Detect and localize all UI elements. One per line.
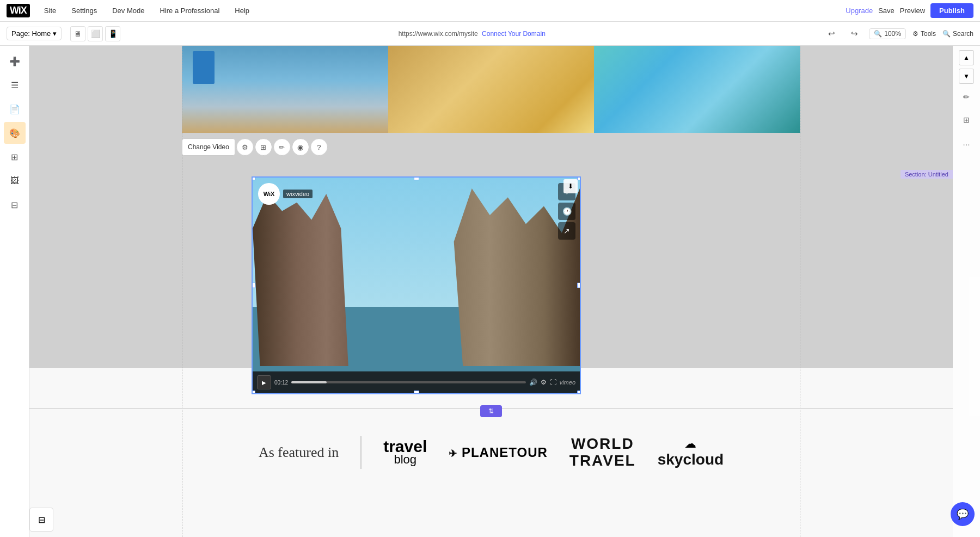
wix-overlay: WiX wixvideo <box>258 183 313 205</box>
move-section-down-button[interactable]: ▼ <box>959 69 974 84</box>
search-icon: 🔍 <box>942 30 951 38</box>
chat-icon: 💬 <box>957 508 969 520</box>
view-icons: 🖥 ⬜ 📱 <box>70 26 120 41</box>
handle-bl[interactable] <box>252 390 255 394</box>
planetour-logo: ✈ PLANETOUR <box>449 445 548 460</box>
wixvideo-label: wixvideo <box>283 190 313 198</box>
move-section-up-button[interactable]: ▲ <box>959 50 974 65</box>
handle-br[interactable] <box>577 390 581 394</box>
more-options-button[interactable]: … <box>957 133 976 152</box>
video-toolbar: Change Video ⚙ ⊞ ✏ ◉ ? <box>182 138 328 156</box>
download-icon[interactable]: ⬇ <box>564 179 578 193</box>
share-icon[interactable]: ↗ <box>558 222 575 240</box>
publish-button[interactable]: Publish <box>930 3 973 18</box>
handle-ml[interactable] <box>252 283 255 288</box>
zoom-level: 100% <box>884 30 901 38</box>
sidebar-apps-icon[interactable]: ⊞ <box>4 146 26 168</box>
zoom-control[interactable]: 🔍 100% <box>869 28 906 39</box>
section-label: Section: Untitled <box>901 170 953 179</box>
nav-hire[interactable]: Hire a Professional <box>156 4 223 17</box>
url-text: https://www.wix.com/mysite <box>399 30 478 38</box>
wix-watermark: WiX <box>258 183 280 205</box>
image-block-1 <box>182 46 388 133</box>
image-block-3 <box>594 46 800 133</box>
clock-icon[interactable]: 🕐 <box>558 203 575 220</box>
time-display: 00:12 <box>274 380 288 386</box>
left-sidebar: ➕ ☰ 📄 🎨 ⊞ 🖼 ⊟ <box>0 46 29 537</box>
chevron-down-icon: ▾ <box>53 29 57 38</box>
handle-mr[interactable] <box>577 283 581 288</box>
sidebar-sections-icon[interactable]: ⊟ <box>4 194 26 216</box>
secondbar: Page: Home ▾ 🖥 ⬜ 📱 https://www.wix.com/m… <box>0 22 980 46</box>
tools-icon: ⚙ <box>912 30 918 38</box>
video-player[interactable]: Video Player WiX wixvideo <box>252 176 581 394</box>
url-bar: https://www.wix.com/mysite Connect Your … <box>125 30 819 38</box>
layers-icon-button[interactable]: ◉ <box>292 138 309 156</box>
topbar: WiX Site Settings Dev Mode Hire a Profes… <box>0 0 980 22</box>
desktop-view-button[interactable]: 🖥 <box>70 26 85 41</box>
handle-tl[interactable] <box>252 176 255 180</box>
edit-panel-button[interactable]: ✏ <box>957 87 976 107</box>
nav-help[interactable]: Help <box>231 4 253 17</box>
image-block-2 <box>388 46 595 133</box>
planetour-name: PLANETOUR <box>462 445 548 460</box>
vimeo-logo: vimeo <box>560 379 575 386</box>
undo-button[interactable]: ↩ <box>823 26 840 42</box>
page-selector[interactable]: Page: Home ▾ <box>7 27 62 40</box>
travel-blog-logo: travel blog <box>383 438 427 467</box>
volume-icon[interactable]: 🔊 <box>529 379 537 386</box>
video-controls: ▶ 00:12 🔊 ⚙ ⛶ vimeo <box>253 371 580 393</box>
connect-domain-link[interactable]: Connect Your Domain <box>482 30 546 38</box>
sidebar-add-icon[interactable]: ➕ <box>4 50 26 72</box>
handle-bm[interactable] <box>414 390 419 394</box>
layout-icon-button[interactable]: ⊞ <box>255 138 272 156</box>
handle-tm[interactable] <box>414 176 419 180</box>
divider-line <box>360 436 362 469</box>
fullscreen-icon[interactable]: ⛶ <box>550 379 556 386</box>
tablet-view-button[interactable]: ⬜ <box>88 26 103 41</box>
page-name: Page: Home <box>11 29 51 38</box>
sidebar-menus-icon[interactable]: ☰ <box>4 74 26 96</box>
play-button[interactable]: ▶ <box>257 375 271 389</box>
nav-settings[interactable]: Settings <box>68 4 100 17</box>
preview-button[interactable]: Preview <box>900 7 925 15</box>
wix-logo: WiX <box>7 4 30 17</box>
settings-icon-button[interactable]: ⚙ <box>236 138 254 156</box>
search-button[interactable]: 🔍 Search <box>942 30 973 38</box>
progress-bar[interactable] <box>291 381 526 383</box>
help-icon-button[interactable]: ? <box>310 138 328 156</box>
save-button[interactable]: Save <box>878 7 895 15</box>
gear-icon[interactable]: ⚙ <box>541 379 547 386</box>
mobile-view-button[interactable]: 📱 <box>105 26 120 41</box>
upgrade-button[interactable]: Upgrade <box>846 7 873 15</box>
center-move-handle[interactable]: ⇅ <box>480 405 502 417</box>
layers-icon: ⊟ <box>38 515 45 525</box>
nav-site[interactable]: Site <box>41 4 59 17</box>
image-strip <box>182 46 800 133</box>
handle-tr[interactable] <box>577 176 581 180</box>
planetour-text: ✈ PLANETOUR <box>449 445 548 460</box>
canvas-content: Change Video ⚙ ⊞ ✏ ◉ ? Section: Untitled… <box>29 46 953 537</box>
cloud-icon: ☁ <box>684 437 696 451</box>
sidebar-design-icon[interactable]: 🎨 <box>4 122 26 144</box>
layout-panel-button[interactable]: ⊞ <box>957 110 976 130</box>
world-travel-logo: WORLD TRAVEL <box>569 436 636 469</box>
pen-icon-button[interactable]: ✏ <box>273 138 291 156</box>
change-video-button[interactable]: Change Video <box>182 138 235 156</box>
sidebar-media-icon[interactable]: 🖼 <box>4 170 26 192</box>
nav-devmode[interactable]: Dev Mode <box>109 4 148 17</box>
move-icon: ⇅ <box>488 407 494 415</box>
plane-icon: ✈ <box>449 448 457 459</box>
chat-button[interactable]: 💬 <box>951 502 975 526</box>
video-background: WiX wixvideo ♡ 🕐 ↗ <box>253 178 580 393</box>
layers-button[interactable]: ⊟ <box>29 508 53 532</box>
sidebar-pages-icon[interactable]: 📄 <box>4 98 26 120</box>
tools-label: Tools <box>921 30 936 38</box>
as-featured-text: As featured in <box>259 444 339 461</box>
topbar-right: Upgrade Save Preview Publish <box>846 3 973 18</box>
search-label: Search <box>953 30 973 38</box>
ctrl-icons: 🔊 ⚙ ⛶ vimeo <box>529 379 575 386</box>
secondbar-right: ↩ ↪ 🔍 100% ⚙ Tools 🔍 Search <box>823 26 973 42</box>
tools-button[interactable]: ⚙ Tools <box>912 30 936 38</box>
redo-button[interactable]: ↪ <box>846 26 862 42</box>
